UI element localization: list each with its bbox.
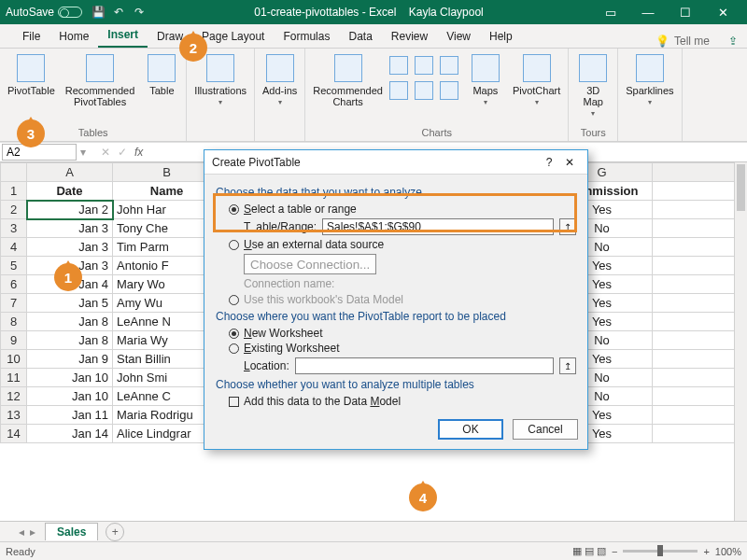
name-box-dropdown-icon[interactable]: ▾: [80, 146, 86, 159]
chart-bar-icon[interactable]: [389, 56, 408, 75]
row-header[interactable]: 4: [1, 238, 27, 257]
view-pagelayout-icon[interactable]: ▤: [585, 545, 594, 557]
title-bar: AutoSave 💾 ↶ ↷ 01-create-pivottables - E…: [0, 0, 747, 24]
radio-icon: [229, 240, 239, 250]
collapse-dialog-icon[interactable]: ↥: [559, 357, 576, 374]
tab-review[interactable]: Review: [382, 26, 437, 48]
sheet-tab-bar: ◂ ▸ Sales +: [0, 521, 747, 541]
callout-2: 2: [179, 34, 207, 62]
tab-data[interactable]: Data: [339, 26, 381, 48]
collapse-dialog-icon[interactable]: ↥: [559, 218, 576, 235]
tab-view[interactable]: View: [437, 26, 480, 48]
row-header[interactable]: 7: [1, 294, 27, 313]
pivotchart-button[interactable]: PivotChart: [509, 52, 564, 127]
row-header[interactable]: 10: [1, 350, 27, 369]
chart-line-icon[interactable]: [415, 56, 433, 75]
fx-icon[interactable]: fx: [134, 146, 143, 159]
sparklines-button[interactable]: Sparklines: [622, 52, 677, 138]
next-sheet-icon[interactable]: ▸: [30, 525, 35, 539]
table-range-input[interactable]: Sales!$A$1:$G$90: [322, 218, 554, 235]
vertical-scrollbar[interactable]: [734, 162, 747, 521]
section-label: Choose the data that you want to analyze: [216, 186, 576, 199]
table-button[interactable]: Table: [141, 52, 182, 127]
illustrations-button[interactable]: Illustrations: [190, 52, 250, 138]
row-header[interactable]: 11: [1, 369, 27, 387]
location-input[interactable]: [295, 357, 554, 374]
help-icon[interactable]: ?: [539, 156, 559, 169]
row-header[interactable]: 6: [1, 275, 27, 294]
row-header[interactable]: 13: [1, 406, 27, 425]
row-header[interactable]: 3: [1, 219, 27, 238]
dialog-title: Create PivotTable: [212, 156, 539, 169]
cancel-formula-icon[interactable]: ✕: [101, 146, 110, 159]
sheet-tab-sales[interactable]: Sales: [45, 523, 98, 540]
row-header[interactable]: 1: [1, 182, 27, 201]
ok-button[interactable]: OK: [438, 419, 503, 440]
document-title: 01-create-pivottables - Excel Kayla Clay…: [146, 6, 592, 19]
zoom-slider[interactable]: − + 100%: [612, 546, 741, 557]
view-normal-icon[interactable]: ▦: [572, 545, 582, 557]
addins-button[interactable]: Add-ins: [259, 52, 301, 138]
chart-hierarchy-icon[interactable]: [389, 81, 408, 100]
name-box[interactable]: [2, 144, 77, 161]
maps-button[interactable]: Maps: [465, 52, 506, 127]
row-header[interactable]: 8: [1, 313, 27, 331]
checkbox-add-to-model[interactable]: Add this data to the Data Model: [229, 395, 576, 408]
tab-home[interactable]: Home: [49, 26, 98, 48]
enter-formula-icon[interactable]: ✓: [118, 146, 127, 159]
rec-pivot-icon: [86, 54, 114, 82]
callout-3: 3: [17, 119, 45, 147]
minimize-icon[interactable]: —: [629, 0, 667, 24]
toggle-off-icon: [58, 7, 82, 18]
tab-insert[interactable]: Insert: [98, 24, 148, 48]
3dmap-button[interactable]: 3D Map: [572, 52, 613, 127]
col-header[interactable]: A: [27, 163, 113, 182]
cancel-button[interactable]: Cancel: [513, 419, 578, 440]
option-existing-worksheet[interactable]: Existing Worksheet: [229, 342, 576, 355]
recommended-charts-button[interactable]: Recommended Charts: [309, 52, 387, 127]
save-icon[interactable]: 💾: [92, 6, 105, 19]
reccharts-icon: [334, 54, 362, 82]
row-header[interactable]: 14: [1, 425, 27, 443]
group-label-charts: Charts: [305, 127, 568, 141]
chart-combo-icon[interactable]: [440, 81, 458, 100]
recommended-pivottables-button[interactable]: Recommended PivotTables: [62, 52, 139, 127]
undo-icon[interactable]: ↶: [112, 6, 125, 19]
row-header[interactable]: 2: [1, 201, 27, 219]
create-pivottable-dialog: Create PivotTable ? ✕ Choose the data th…: [204, 149, 588, 450]
group-label-tours: Tours: [569, 127, 617, 141]
new-sheet-button[interactable]: +: [106, 523, 124, 541]
tab-file[interactable]: File: [13, 26, 49, 48]
option-select-range[interactable]: Select a table or range: [229, 203, 576, 216]
pivotchart-icon: [523, 54, 551, 82]
ribbon-options-icon[interactable]: ▭: [592, 0, 629, 24]
autosave-label: AutoSave: [6, 6, 54, 19]
chart-scatter-icon[interactable]: [415, 81, 433, 100]
close-icon[interactable]: ✕: [704, 0, 741, 24]
autosave-toggle[interactable]: AutoSave: [6, 6, 82, 19]
tab-formulas[interactable]: Formulas: [274, 26, 339, 48]
row-header[interactable]: 9: [1, 331, 27, 350]
location-label: Location:: [244, 359, 289, 372]
view-pagebreak-icon[interactable]: ▧: [597, 545, 606, 557]
addins-icon: [266, 54, 294, 82]
row-header[interactable]: 5: [1, 257, 27, 275]
zoom-in-icon[interactable]: +: [703, 546, 709, 557]
radio-icon: [229, 204, 239, 215]
row-header[interactable]: 12: [1, 387, 27, 406]
callout-4: 4: [409, 483, 437, 511]
maps-icon: [472, 54, 500, 82]
option-external-source[interactable]: Use an external data source: [229, 238, 576, 251]
prev-sheet-icon[interactable]: ◂: [19, 525, 24, 539]
zoom-out-icon[interactable]: −: [612, 546, 617, 557]
tab-help[interactable]: Help: [480, 26, 522, 48]
maximize-icon[interactable]: ☐: [667, 0, 704, 24]
redo-icon[interactable]: ↷: [133, 6, 146, 19]
radio-icon: [229, 329, 239, 339]
chart-pie-icon[interactable]: [440, 56, 458, 75]
dialog-close-icon[interactable]: ✕: [559, 156, 580, 169]
tell-me-search[interactable]: 💡 Tell me: [646, 35, 719, 48]
option-new-worksheet[interactable]: New Worksheet: [229, 327, 576, 340]
select-all[interactable]: [1, 163, 27, 182]
share-button[interactable]: ⇪: [719, 35, 747, 48]
